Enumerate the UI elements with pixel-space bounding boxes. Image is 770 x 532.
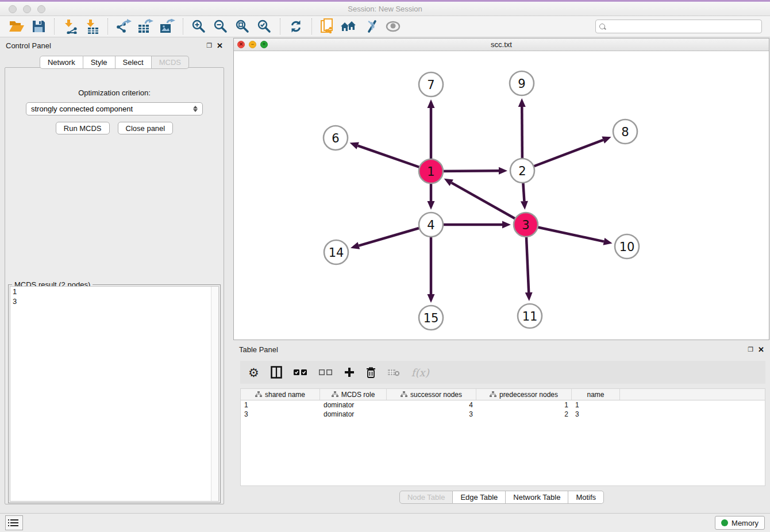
node-label-9: 9 — [518, 77, 525, 91]
table-options-icon[interactable]: ⚙ — [248, 367, 259, 379]
node-label-2: 2 — [518, 164, 526, 178]
apply-style-icon[interactable] — [361, 18, 381, 35]
delete-table-icon — [387, 368, 400, 376]
node-label-1: 1 — [427, 165, 434, 179]
node-label-6: 6 — [332, 132, 339, 145]
node-label-10: 10 — [619, 240, 635, 254]
import-table-icon[interactable] — [82, 18, 102, 35]
cell-MCDS-role[interactable]: dominator — [320, 400, 387, 410]
status-bar: Memory — [0, 513, 770, 532]
task-history-button[interactable] — [5, 515, 23, 530]
edge-arrow-2-9 — [518, 98, 526, 107]
cell-successor-nodes[interactable]: 3 — [387, 410, 476, 419]
tab-network[interactable]: Network — [40, 56, 83, 69]
edge-arrow-3-10 — [603, 238, 613, 245]
control-panel-header: Control Panel ❐ ✕ — [0, 38, 229, 53]
close-table-panel-icon[interactable]: ✕ — [758, 345, 764, 354]
toolbar-separator — [311, 18, 312, 34]
memory-label: Memory — [732, 519, 759, 527]
result-line: 3 — [10, 296, 218, 306]
zoom-in-icon[interactable] — [189, 18, 209, 35]
table-tabs: Node TableEdge TableNetwork TableMotifs — [233, 491, 770, 504]
tab-mcds[interactable]: MCDS — [152, 56, 189, 69]
tab-motifs[interactable]: Motifs — [568, 491, 604, 504]
tab-node-table[interactable]: Node Table — [399, 491, 453, 504]
float-panel-icon[interactable]: ❐ — [206, 42, 212, 49]
export-network-icon[interactable] — [114, 18, 133, 35]
edge-2-8[interactable] — [522, 140, 603, 171]
export-table-icon[interactable] — [136, 18, 155, 35]
cell-predecessor-nodes[interactable]: 2 — [476, 410, 572, 419]
result-scrollbar[interactable] — [211, 287, 218, 501]
memory-status-icon — [721, 519, 728, 526]
column-header-successor-nodes[interactable]: successor nodes — [387, 389, 476, 400]
node-label-11: 11 — [522, 310, 538, 323]
edge-arrow-2-3 — [521, 201, 528, 210]
cell-MCDS-role[interactable]: dominator — [320, 410, 387, 419]
run-mcds-button[interactable]: Run MCDS — [56, 122, 110, 134]
add-column-icon[interactable] — [344, 367, 355, 377]
deselect-all-rows-icon[interactable] — [319, 369, 333, 376]
export-image-icon[interactable] — [157, 18, 177, 35]
table-row[interactable]: 3dominator323 — [241, 410, 765, 419]
column-header-predecessor-nodes[interactable]: predecessor nodes — [476, 389, 572, 400]
delete-column-icon[interactable] — [366, 367, 376, 378]
network-window-title: scc.txt — [234, 40, 769, 49]
show-columns-icon[interactable] — [271, 366, 282, 379]
optimization-criterion-value: strongly connected component — [31, 105, 133, 113]
cell-predecessor-nodes[interactable]: 1 — [476, 400, 572, 410]
zoom-fit-icon[interactable] — [233, 18, 252, 35]
open-file-icon[interactable] — [7, 18, 26, 35]
control-panel-tabs: NetworkStyleSelectMCDS — [0, 56, 229, 69]
result-line: 1 — [10, 287, 218, 296]
cell-shared-name[interactable]: 1 — [241, 400, 320, 410]
table-row[interactable]: 1dominator411 — [241, 400, 765, 410]
tab-edge-table[interactable]: Edge Table — [453, 491, 506, 504]
tab-network-table[interactable]: Network Table — [506, 491, 568, 504]
network-window-titlebar[interactable]: ✕ − + scc.txt — [234, 38, 769, 51]
search-box[interactable] — [595, 20, 762, 33]
mcds-result-groupbox: MCDS result (2 nodes) 13 — [8, 284, 221, 503]
refresh-icon[interactable] — [286, 18, 306, 35]
cell-name[interactable]: 3 — [572, 410, 620, 419]
optimization-criterion-select[interactable]: strongly connected component — [26, 102, 203, 115]
network-canvas[interactable]: 7968124314101511 — [234, 51, 769, 340]
edge-arrow-1-6 — [350, 142, 359, 149]
column-header-MCDS-role[interactable]: MCDS role — [320, 389, 387, 400]
first-neighbors-icon[interactable] — [340, 18, 359, 35]
table-panel-header: Table Panel ❐ ✕ — [233, 342, 770, 357]
cell-successor-nodes[interactable]: 4 — [387, 400, 476, 410]
close-panel-button[interactable]: Close panel — [118, 122, 174, 134]
tab-style[interactable]: Style — [83, 56, 116, 69]
edge-arrow-3-11 — [525, 292, 533, 301]
zoom-selected-icon[interactable] — [255, 18, 274, 35]
float-table-panel-icon[interactable]: ❐ — [748, 346, 753, 353]
search-input[interactable] — [609, 22, 758, 31]
node-table[interactable]: shared nameMCDS rolesuccessor nodesprede… — [240, 388, 765, 486]
cell-name[interactable]: 1 — [572, 400, 620, 410]
mcds-result-list[interactable]: 13 — [10, 286, 219, 502]
save-session-icon[interactable] — [29, 18, 48, 35]
list-icon — [10, 519, 18, 527]
select-all-rows-icon[interactable] — [294, 369, 307, 376]
edge-arrow-4-3 — [502, 221, 511, 229]
network-graph[interactable]: 7968124314101511 — [234, 51, 769, 340]
toolbar-separator — [183, 18, 183, 34]
column-header-shared-name[interactable]: shared name — [241, 389, 320, 400]
table-header-row: shared nameMCDS rolesuccessor nodesprede… — [241, 389, 765, 400]
new-network-from-selection-icon[interactable] — [318, 18, 337, 35]
optimization-criterion-label: Optimization criterion: — [0, 88, 229, 97]
table-toolbar: ⚙ f(x) — [240, 361, 765, 384]
import-network-icon[interactable] — [60, 18, 80, 35]
column-label: predecessor nodes — [499, 391, 558, 399]
edge-arrow-2-8 — [602, 136, 611, 143]
edge-arrow-1-4 — [428, 201, 435, 210]
table-panel: Table Panel ❐ ✕ ⚙ f(x) shared nameMCDS r… — [233, 342, 770, 511]
close-panel-icon[interactable]: ✕ — [217, 41, 223, 50]
column-label: successor nodes — [410, 391, 462, 399]
zoom-out-icon[interactable] — [211, 18, 230, 35]
column-header-name[interactable]: name — [572, 389, 620, 400]
cell-shared-name[interactable]: 3 — [241, 410, 320, 419]
tab-select[interactable]: Select — [116, 56, 152, 69]
memory-button[interactable]: Memory — [715, 516, 765, 530]
